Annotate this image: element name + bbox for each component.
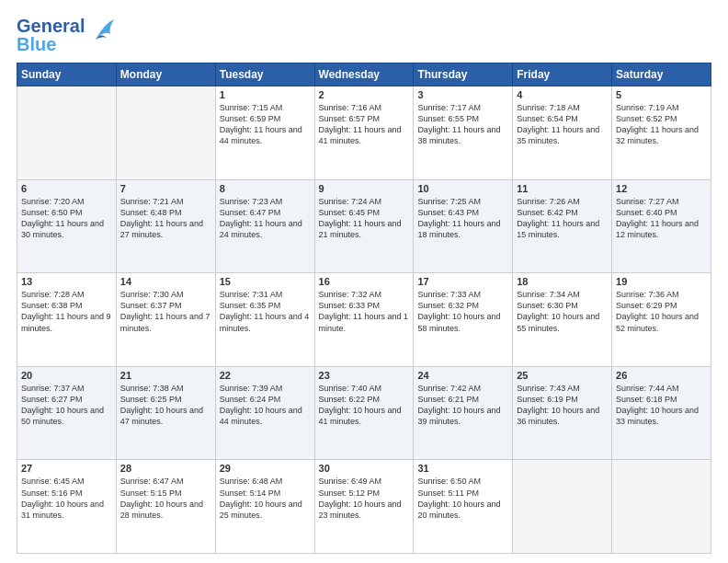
day-info: Sunrise: 7:37 AMSunset: 6:27 PMDaylight:… xyxy=(21,383,112,428)
calendar-cell: 26Sunrise: 7:44 AMSunset: 6:18 PMDayligh… xyxy=(612,366,711,460)
sunrise-text: Sunrise: 7:23 AM xyxy=(220,196,311,207)
day-number: 11 xyxy=(517,183,608,194)
day-number: 16 xyxy=(319,276,410,287)
calendar-cell xyxy=(612,460,711,554)
calendar-cell: 7Sunrise: 7:21 AMSunset: 6:48 PMDaylight… xyxy=(116,179,215,273)
sunrise-text: Sunrise: 7:42 AM xyxy=(417,383,508,394)
sunrise-text: Sunrise: 7:31 AM xyxy=(220,289,311,300)
day-number: 25 xyxy=(517,370,608,381)
day-info: Sunrise: 7:19 AMSunset: 6:52 PMDaylight:… xyxy=(616,102,707,147)
calendar-cell: 25Sunrise: 7:43 AMSunset: 6:19 PMDayligh… xyxy=(513,366,612,460)
sunset-text: Sunset: 6:48 PM xyxy=(120,207,211,218)
sunrise-text: Sunrise: 7:39 AM xyxy=(220,383,311,394)
day-number: 12 xyxy=(616,183,707,194)
day-number: 23 xyxy=(319,370,410,381)
col-monday: Monday xyxy=(116,63,215,86)
day-info: Sunrise: 7:39 AMSunset: 6:24 PMDaylight:… xyxy=(220,383,311,428)
sunset-text: Sunset: 6:22 PM xyxy=(319,394,410,405)
sunrise-text: Sunrise: 6:47 AM xyxy=(120,476,211,487)
calendar-cell: 12Sunrise: 7:27 AMSunset: 6:40 PMDayligh… xyxy=(612,179,711,273)
day-info: Sunrise: 7:18 AMSunset: 6:54 PMDaylight:… xyxy=(517,102,608,147)
calendar-cell: 31Sunrise: 6:50 AMSunset: 5:11 PMDayligh… xyxy=(414,460,513,554)
sunset-text: Sunset: 6:35 PM xyxy=(220,300,311,311)
calendar-week-row: 13Sunrise: 7:28 AMSunset: 6:38 PMDayligh… xyxy=(17,273,711,367)
sunset-text: Sunset: 6:30 PM xyxy=(517,300,608,311)
col-sunday: Sunday xyxy=(17,63,117,86)
sunrise-text: Sunrise: 6:50 AM xyxy=(417,476,508,487)
calendar-cell: 24Sunrise: 7:42 AMSunset: 6:21 PMDayligh… xyxy=(414,366,513,460)
daylight-text: Daylight: 11 hours and 30 minutes. xyxy=(21,218,112,240)
sunrise-text: Sunrise: 7:28 AM xyxy=(21,289,112,300)
sunset-text: Sunset: 6:50 PM xyxy=(21,207,112,218)
day-number: 18 xyxy=(517,276,608,287)
calendar-week-row: 27Sunrise: 6:45 AMSunset: 5:16 PMDayligh… xyxy=(17,460,711,554)
daylight-text: Daylight: 11 hours and 1 minute. xyxy=(319,311,410,333)
day-number: 31 xyxy=(417,463,508,474)
col-saturday: Saturday xyxy=(612,63,711,86)
daylight-text: Daylight: 11 hours and 18 minutes. xyxy=(417,218,508,240)
calendar-cell xyxy=(17,86,117,180)
calendar-cell: 28Sunrise: 6:47 AMSunset: 5:15 PMDayligh… xyxy=(116,460,215,554)
calendar-cell: 8Sunrise: 7:23 AMSunset: 6:47 PMDaylight… xyxy=(215,179,314,273)
daylight-text: Daylight: 11 hours and 41 minutes. xyxy=(319,124,410,146)
day-number: 17 xyxy=(417,276,508,287)
sunrise-text: Sunrise: 6:49 AM xyxy=(319,476,410,487)
sunrise-text: Sunrise: 7:16 AM xyxy=(319,102,410,113)
day-info: Sunrise: 7:40 AMSunset: 6:22 PMDaylight:… xyxy=(319,383,410,428)
sunset-text: Sunset: 6:24 PM xyxy=(220,394,311,405)
calendar-cell: 15Sunrise: 7:31 AMSunset: 6:35 PMDayligh… xyxy=(215,273,314,367)
calendar-cell: 29Sunrise: 6:48 AMSunset: 5:14 PMDayligh… xyxy=(215,460,314,554)
sunrise-text: Sunrise: 7:40 AM xyxy=(319,383,410,394)
daylight-text: Daylight: 10 hours and 36 minutes. xyxy=(517,405,608,427)
sunset-text: Sunset: 5:11 PM xyxy=(417,488,508,499)
day-info: Sunrise: 6:49 AMSunset: 5:12 PMDaylight:… xyxy=(319,476,410,521)
calendar-table: Sunday Monday Tuesday Wednesday Thursday… xyxy=(17,63,711,554)
sunset-text: Sunset: 6:38 PM xyxy=(21,300,112,311)
day-number: 1 xyxy=(220,89,311,100)
col-tuesday: Tuesday xyxy=(215,63,314,86)
day-info: Sunrise: 7:24 AMSunset: 6:45 PMDaylight:… xyxy=(319,196,410,241)
daylight-text: Daylight: 10 hours and 23 minutes. xyxy=(319,499,410,521)
sunrise-text: Sunrise: 7:24 AM xyxy=(319,196,410,207)
daylight-text: Daylight: 11 hours and 35 minutes. xyxy=(517,124,608,146)
calendar-cell: 6Sunrise: 7:20 AMSunset: 6:50 PMDaylight… xyxy=(17,179,117,273)
sunrise-text: Sunrise: 7:38 AM xyxy=(120,383,211,394)
calendar-cell: 30Sunrise: 6:49 AMSunset: 5:12 PMDayligh… xyxy=(314,460,414,554)
sunset-text: Sunset: 5:15 PM xyxy=(120,488,211,499)
sunset-text: Sunset: 6:40 PM xyxy=(616,207,707,218)
sunrise-text: Sunrise: 7:36 AM xyxy=(616,289,707,300)
col-thursday: Thursday xyxy=(414,63,513,86)
day-info: Sunrise: 7:34 AMSunset: 6:30 PMDaylight:… xyxy=(517,289,608,334)
calendar-cell: 3Sunrise: 7:17 AMSunset: 6:55 PMDaylight… xyxy=(414,86,513,180)
sunrise-text: Sunrise: 7:30 AM xyxy=(120,289,211,300)
sunrise-text: Sunrise: 7:37 AM xyxy=(21,383,112,394)
calendar-cell: 2Sunrise: 7:16 AMSunset: 6:57 PMDaylight… xyxy=(314,86,414,180)
daylight-text: Daylight: 10 hours and 44 minutes. xyxy=(220,405,311,427)
sunset-text: Sunset: 6:25 PM xyxy=(120,394,211,405)
day-info: Sunrise: 7:33 AMSunset: 6:32 PMDaylight:… xyxy=(417,289,508,334)
day-info: Sunrise: 6:50 AMSunset: 5:11 PMDaylight:… xyxy=(417,476,508,521)
day-info: Sunrise: 7:25 AMSunset: 6:43 PMDaylight:… xyxy=(417,196,508,241)
daylight-text: Daylight: 11 hours and 7 minutes. xyxy=(120,311,211,333)
daylight-text: Daylight: 11 hours and 38 minutes. xyxy=(417,124,508,146)
calendar-cell: 11Sunrise: 7:26 AMSunset: 6:42 PMDayligh… xyxy=(513,179,612,273)
calendar-cell: 18Sunrise: 7:34 AMSunset: 6:30 PMDayligh… xyxy=(513,273,612,367)
day-info: Sunrise: 7:27 AMSunset: 6:40 PMDaylight:… xyxy=(616,196,707,241)
daylight-text: Daylight: 11 hours and 12 minutes. xyxy=(616,218,707,240)
sunset-text: Sunset: 6:18 PM xyxy=(616,394,707,405)
daylight-text: Daylight: 10 hours and 28 minutes. xyxy=(120,499,211,521)
day-info: Sunrise: 6:45 AMSunset: 5:16 PMDaylight:… xyxy=(21,476,112,521)
day-number: 2 xyxy=(319,89,410,100)
sunrise-text: Sunrise: 7:25 AM xyxy=(417,196,508,207)
sunrise-text: Sunrise: 7:19 AM xyxy=(616,102,707,113)
sunset-text: Sunset: 6:54 PM xyxy=(517,113,608,124)
sunrise-text: Sunrise: 7:34 AM xyxy=(517,289,608,300)
day-info: Sunrise: 7:31 AMSunset: 6:35 PMDaylight:… xyxy=(220,289,311,334)
logo: General Blue xyxy=(17,17,116,53)
sunset-text: Sunset: 5:12 PM xyxy=(319,488,410,499)
calendar-cell: 20Sunrise: 7:37 AMSunset: 6:27 PMDayligh… xyxy=(17,366,117,460)
calendar-cell: 19Sunrise: 7:36 AMSunset: 6:29 PMDayligh… xyxy=(612,273,711,367)
daylight-text: Daylight: 10 hours and 33 minutes. xyxy=(616,405,707,427)
day-number: 19 xyxy=(616,276,707,287)
day-info: Sunrise: 7:17 AMSunset: 6:55 PMDaylight:… xyxy=(417,102,508,147)
